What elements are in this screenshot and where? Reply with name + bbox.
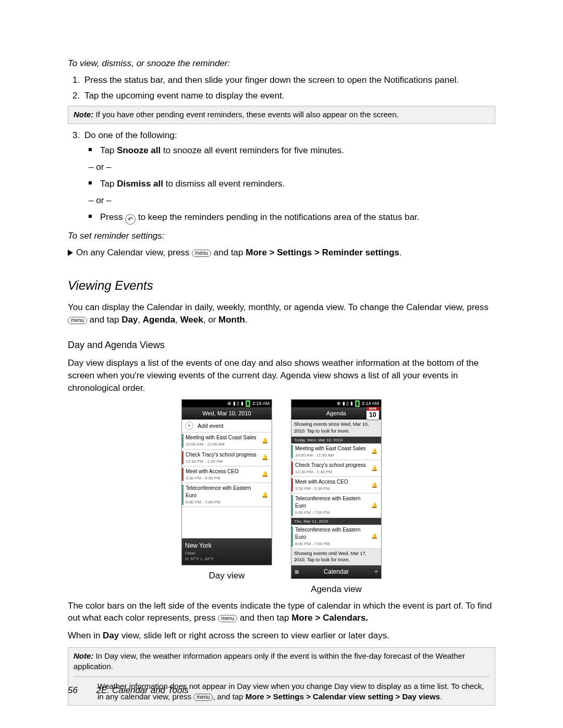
txt: , xyxy=(138,315,142,325)
status-bar: ⊕ ▮ ▯ ▮ ▮ 2:19 AM xyxy=(182,400,272,408)
sub-heading: Day and Agenda Views xyxy=(68,339,495,352)
task-heading-1: To view, dismiss, or snooze the reminder… xyxy=(68,57,495,70)
bold: Day xyxy=(121,315,138,325)
bold: More xyxy=(246,692,264,701)
event-row[interactable]: Teleconference with Eastern Euro6:00 PM … xyxy=(291,493,381,517)
add-icon[interactable]: + xyxy=(374,567,378,576)
bold: Calendar view setting xyxy=(313,692,393,701)
bold: Day xyxy=(103,631,119,640)
bell-icon: 🔔 xyxy=(370,533,379,540)
agenda-view-label: Agenda view xyxy=(311,583,361,596)
bullet-press-back: Press ↶ to keep the reminders pending in… xyxy=(98,211,495,225)
txt: to keep the reminders pending in the not… xyxy=(136,212,419,222)
txt: and then tap xyxy=(237,613,291,623)
txt: Press xyxy=(100,212,125,222)
color-bar xyxy=(182,451,183,464)
event-row[interactable]: Meet with Access CEO3:30 PM - 5:30 PM🔔 xyxy=(182,466,272,483)
footer-label: Calendar xyxy=(324,567,349,576)
titlebar: Wed, Mar 10, 2010 xyxy=(182,408,272,419)
txt: . xyxy=(245,315,248,325)
bold: Agenda xyxy=(143,315,175,325)
event-row[interactable]: Meeting with East Coast Sales10:00 AM - … xyxy=(291,443,381,460)
menu-icon: menu xyxy=(68,317,87,324)
txt: When in xyxy=(68,631,103,640)
event-title: Meeting with East Coast Sales xyxy=(295,445,370,452)
event-time: 12:30 PM - 1:30 PM xyxy=(295,469,370,475)
signal-icon: ⊕ ▮ ▯ ▮ xyxy=(227,400,243,407)
bell-icon: 🔔 xyxy=(260,491,270,499)
color-bar xyxy=(291,526,293,547)
bold: Week xyxy=(180,315,203,325)
agenda-top-msg[interactable]: Showing events since Wed, Mar 10, 2010. … xyxy=(291,419,381,436)
battery-icon: ▮ xyxy=(355,400,360,407)
event-title: Teleconference with Eastern Euro xyxy=(186,485,260,499)
event-row[interactable]: Check Tracy's school progress12:30 PM - … xyxy=(182,450,272,466)
month: MAR xyxy=(366,407,379,411)
txt: , xyxy=(175,315,180,325)
event-row[interactable]: Teleconference with Eastern Euro6:00 PM … xyxy=(182,483,272,507)
bold: Month xyxy=(218,315,245,325)
color-bar xyxy=(291,495,293,515)
calendar-icon[interactable]: ▦ xyxy=(295,569,299,575)
ordered-steps: Press the status bar, and then slide you… xyxy=(68,74,495,102)
event-time: 10:00 AM - 11:00 AM xyxy=(295,452,370,458)
event-title: Meet with Access CEO xyxy=(295,478,370,486)
event-title: Teleconference with Eastern Euro xyxy=(295,526,370,541)
add-event-row[interactable]: + Add event xyxy=(182,419,272,433)
color-bar xyxy=(291,462,293,475)
event-row[interactable]: Meeting with East Coast Sales10:00 AM - … xyxy=(182,433,272,449)
time: 2:14 AM xyxy=(362,400,379,407)
note-box-1: Note: If you have other pending event re… xyxy=(68,106,495,124)
txt: to snooze all event reminders for five m… xyxy=(161,145,344,155)
divider xyxy=(74,676,489,677)
titlebar: Agenda MAR 10 xyxy=(291,408,381,419)
bullet-dismiss: Tap Dismiss all to dismiss all event rem… xyxy=(98,178,495,190)
bell-icon: 🔔 xyxy=(370,482,379,489)
note-label: Note: xyxy=(74,110,93,119)
bold: Calendars. xyxy=(323,613,368,623)
bell-icon: 🔔 xyxy=(370,502,379,509)
city: New York xyxy=(185,541,268,550)
condition: Clear xyxy=(185,550,268,556)
bold: > xyxy=(304,692,313,701)
ordered-steps-cont: Do one of the following: Tap Snooze all … xyxy=(68,129,495,225)
event-row[interactable]: Teleconference with Eastern Euro6:00 PM … xyxy=(291,525,381,549)
bold: More xyxy=(246,248,267,257)
bold: > xyxy=(312,248,322,257)
event-time: 12:30 PM - 1:30 PM xyxy=(186,459,260,464)
chapter-title: 2E. Calendar and Tools xyxy=(96,685,189,695)
menu-icon: menu xyxy=(193,694,213,701)
event-title: Meeting with East Coast Sales xyxy=(186,434,260,441)
event-title: Teleconference with Eastern Euro xyxy=(295,495,370,510)
bell-icon: 🔔 xyxy=(260,454,270,461)
event-time: 3:30 PM - 5:30 PM xyxy=(295,486,370,491)
day-view-label: Day view xyxy=(209,570,245,582)
slide-paragraph: When in Day view, slide left or right ac… xyxy=(68,630,495,642)
note2-line1: In Day view, the weather information app… xyxy=(74,651,465,671)
color-bar xyxy=(182,468,183,481)
bold: > xyxy=(313,613,323,623)
step-2: Tap the upcoming event name to display t… xyxy=(82,90,495,102)
task-heading-2: To set reminder settings: xyxy=(68,230,495,242)
reminder-settings-line: On any Calendar view, press menu and tap… xyxy=(68,246,495,259)
bold: Snooze all xyxy=(117,145,161,155)
day-view-screenshot: ⊕ ▮ ▯ ▮ ▮ 2:19 AM Wed, Mar 10, 2010 + Ad… xyxy=(181,399,272,565)
color-bar xyxy=(291,445,293,458)
bold: > xyxy=(264,692,273,701)
txt: . xyxy=(440,692,442,701)
txt: , or xyxy=(203,315,218,325)
event-time: 6:00 PM - 7:00 PM xyxy=(186,499,260,505)
note-text: If you have other pending event reminder… xyxy=(96,110,399,119)
event-row[interactable]: Meet with Access CEO3:30 PM - 5:30 PM🔔 xyxy=(291,477,381,493)
daynum: 10 xyxy=(366,411,379,419)
event-time: 6:00 PM - 7:00 PM xyxy=(295,510,370,515)
bullet-snooze: Tap Snooze all to snooze all event remin… xyxy=(98,144,495,157)
menu-icon: menu xyxy=(192,250,211,257)
txt: . xyxy=(399,248,402,257)
bell-icon: 🔔 xyxy=(260,471,270,478)
agenda-bottom-msg[interactable]: Showing events until Wed, Mar 17, 2010. … xyxy=(291,549,381,565)
event-row[interactable]: Check Tracy's school progress12:30 PM - … xyxy=(291,460,381,477)
event-time: 3:30 PM - 5:30 PM xyxy=(186,475,260,481)
txt: and tap xyxy=(87,315,121,325)
pointer-icon xyxy=(68,250,73,256)
